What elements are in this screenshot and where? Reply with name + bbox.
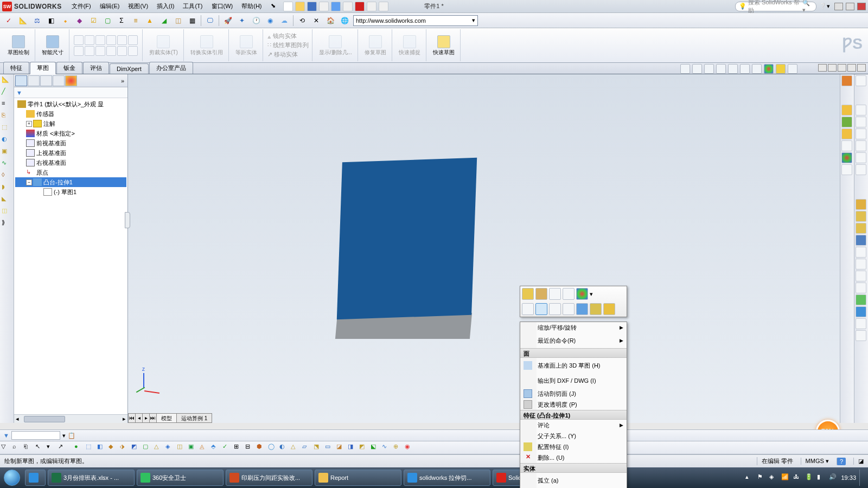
vp-restore-icon[interactable] (847, 64, 856, 72)
bt-icon[interactable]: ◪ (336, 443, 346, 453)
expand-icon[interactable]: + (26, 121, 32, 127)
cm-live-section[interactable]: 活动剖切面 (J) (520, 388, 627, 399)
bt-icon[interactable]: ▽ (1, 443, 11, 453)
tray-clock[interactable]: 19:33 (841, 474, 856, 481)
extrude-icon[interactable]: ⬚ (1, 123, 12, 134)
menu-file[interactable]: 文件(F) (68, 1, 94, 11)
slot-icon[interactable] (128, 46, 138, 56)
r2-camera-icon[interactable] (856, 318, 866, 329)
model-part[interactable] (332, 160, 467, 339)
r2-icon-3[interactable] (856, 117, 866, 127)
chamfer-icon[interactable]: ◣ (1, 195, 12, 206)
tree-boss-extrude[interactable]: −凸台-拉伸1 (15, 177, 126, 187)
bt-icon[interactable]: ↖ (35, 443, 45, 453)
taskbar-report[interactable]: Report (315, 470, 401, 486)
bt-icon[interactable]: ⬗ (120, 443, 130, 453)
nav-back-icon[interactable]: ⟲ (297, 15, 308, 26)
vp-minimize-icon[interactable] (838, 64, 846, 72)
tp-custom-props-icon[interactable] (841, 164, 852, 175)
bt-icon[interactable]: ◨ (348, 443, 358, 453)
panel-drag-handle[interactable] (125, 212, 130, 228)
convert-entities-button[interactable]: 转换实体引用 (188, 34, 225, 56)
tab-evaluate[interactable]: 评估 (83, 62, 109, 74)
select-icon[interactable] (343, 2, 353, 11)
bt-icon[interactable]: ◉ (405, 443, 414, 453)
rebuild-icon[interactable] (355, 2, 365, 11)
copy-icon[interactable]: ⎘ (1, 111, 12, 122)
ctx-rollback-icon[interactable] (563, 288, 575, 300)
start-button[interactable] (0, 467, 24, 488)
tray-wifi-icon[interactable]: 📶 (781, 473, 790, 482)
open-icon[interactable] (295, 2, 305, 11)
tree-top-plane[interactable]: 上视基准面 (15, 148, 126, 158)
r2-more-icon[interactable] (856, 282, 866, 293)
new-icon[interactable] (283, 2, 293, 11)
smart-dimension-button[interactable]: 智能尺寸 (40, 34, 66, 56)
taskbar-ppt[interactable]: 印刷压力间距实验改... (226, 470, 312, 486)
balance-icon[interactable]: ⚖ (31, 15, 42, 26)
bt-icon[interactable]: ◐ (279, 443, 289, 453)
tree-annotations[interactable]: +注解 (15, 119, 126, 129)
bt-icon[interactable]: ⊞ (234, 443, 244, 453)
menu-help[interactable]: 帮助(H) (238, 1, 265, 11)
bt-icon[interactable]: ◈ (165, 443, 175, 453)
explode-icon[interactable]: ✦ (237, 15, 247, 26)
tp-appearances-icon[interactable] (841, 152, 852, 163)
r2-icon-9[interactable] (856, 211, 866, 222)
check-icon[interactable]: ⬥ (60, 15, 71, 26)
record-icon[interactable]: ◉ (265, 15, 276, 26)
bt-icon[interactable]: ⊕ (393, 443, 403, 453)
bt-icon[interactable]: ◧ (97, 443, 107, 453)
zoom-fit-icon[interactable] (680, 64, 690, 74)
revolve-icon[interactable]: ◐ (1, 135, 12, 146)
bt-icon[interactable]: ◫ (177, 443, 187, 453)
tray-up-icon[interactable]: ▴ (745, 473, 754, 482)
ctx-edit-sketch-icon[interactable] (535, 288, 547, 300)
bt-icon[interactable]: ◯ (268, 443, 278, 453)
r2-globe-icon[interactable] (856, 306, 866, 317)
section-view-icon[interactable] (716, 64, 726, 74)
sketch-button[interactable]: 草图绘制 (5, 34, 31, 56)
taskbar-sw-search[interactable]: solidworks 拉伸切... (404, 470, 490, 486)
undo-icon[interactable] (331, 2, 341, 11)
help-search-input[interactable]: 💡 搜索 SolidWorks 帮助 🔍▾ (735, 2, 816, 11)
r2-icon-1[interactable] (856, 75, 866, 86)
quick-snap-button[interactable]: 快速捕捉 (397, 34, 423, 56)
tree-origin[interactable]: ↳原点 (15, 168, 126, 177)
tp-view-palette-icon[interactable] (841, 140, 852, 151)
view-orient-icon[interactable] (728, 64, 738, 74)
display-delete-button[interactable]: 显示/删除几... (317, 34, 354, 56)
deviation-icon[interactable]: ◆ (74, 15, 85, 26)
menu-window[interactable]: 窗口(W) (208, 1, 237, 11)
cm-delete[interactable]: ✕删除... (U) (520, 452, 627, 463)
taskbar-ie[interactable] (25, 470, 46, 486)
menu-view[interactable]: 视图(V) (125, 1, 151, 11)
minimize-button[interactable] (834, 3, 843, 10)
ctx-normal-to-icon[interactable] (535, 303, 547, 315)
bt-icon[interactable]: ▣ (188, 443, 198, 453)
tp-resources-icon[interactable] (841, 75, 852, 86)
point-icon[interactable] (117, 46, 127, 56)
menu-edit[interactable]: 编辑(E) (97, 1, 123, 11)
filter-input[interactable] (11, 431, 60, 440)
menu-tools[interactable]: 工具(T) (180, 1, 206, 11)
tab-prev-icon[interactable]: ◂ (135, 413, 143, 423)
bt-icon[interactable]: △ (154, 443, 164, 453)
move-entities-button[interactable]: ↗移动实体 (267, 50, 298, 59)
show-desktop-button[interactable] (859, 470, 864, 486)
spellcheck-icon[interactable]: ✓ (3, 15, 14, 26)
display-style-icon[interactable] (740, 64, 750, 74)
ctx-delete-icon[interactable] (590, 303, 602, 315)
tree-material[interactable]: 材质 <未指定> (15, 129, 126, 138)
bt-icon[interactable]: ▭ (325, 443, 335, 453)
tray-power-icon[interactable]: 🔋 (805, 473, 814, 482)
bt-icon[interactable]: ● (74, 443, 84, 453)
cm-change-transparency[interactable]: 更改透明度 (P) (520, 399, 627, 410)
system-tray[interactable]: ▴ ⚑ ◈ 📶 🖧 🔋 ▮ 🔊 19:33 (745, 470, 868, 486)
screen-icon[interactable]: 🖵 (205, 15, 215, 26)
tab-next-icon[interactable]: ▸ (142, 413, 150, 423)
feature-tree[interactable]: 零件1 (默认<<默认>_外观 显 传感器 +注解 材质 <未指定> 前视基准面… (14, 98, 127, 414)
prev-view-icon[interactable] (704, 64, 714, 74)
sweep-icon[interactable]: ∿ (1, 159, 12, 170)
ctx-isolate-icon[interactable] (576, 303, 588, 315)
